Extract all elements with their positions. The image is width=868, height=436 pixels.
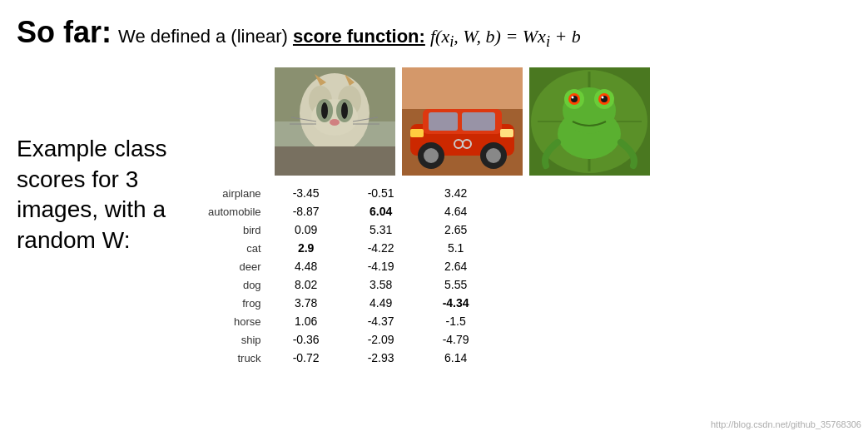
frog-image (529, 67, 650, 176)
car-image (402, 67, 523, 176)
svg-point-46 (572, 97, 574, 99)
row-value-2: -0.51 (351, 184, 426, 202)
svg-rect-19 (402, 67, 523, 109)
row-value-1: 0.09 (276, 220, 351, 239)
row-value-2: -4.22 (351, 239, 426, 257)
row-label: dog (208, 275, 276, 294)
scores-data-table: airplane-3.45-0.513.42automobile-8.876.0… (208, 184, 501, 367)
row-value-2: 4.49 (351, 294, 426, 312)
table-row: cat2.9-4.225.1 (208, 239, 501, 257)
svg-point-47 (602, 97, 604, 99)
row-label: frog (208, 294, 276, 312)
row-value-1: 1.06 (276, 312, 351, 330)
row-label: truck (208, 349, 276, 367)
table-row: ship-0.36-2.09-4.79 (208, 330, 501, 349)
row-value-3: 4.64 (426, 202, 501, 220)
row-value-3: 2.65 (426, 220, 501, 239)
svg-point-11 (341, 102, 348, 119)
row-label: deer (208, 257, 276, 275)
row-value-1: 8.02 (276, 275, 351, 294)
header: So far: We defined a (linear) score func… (0, 0, 868, 59)
svg-rect-24 (462, 112, 495, 131)
right-section: airplane-3.45-0.513.42automobile-8.876.0… (200, 67, 851, 367)
main-content: Example class scores for 3 images, with … (0, 67, 868, 367)
cat-image (275, 67, 395, 176)
scores-table: airplane-3.45-0.513.42automobile-8.876.0… (208, 184, 851, 367)
row-label: airplane (208, 184, 276, 202)
row-value-3: 5.1 (426, 239, 501, 257)
svg-point-26 (424, 148, 439, 163)
row-value-1: 4.48 (276, 257, 351, 275)
row-value-1: 2.9 (276, 239, 351, 257)
formula-display: f(xi, W, b) = Wxi + b (430, 26, 581, 47)
row-value-3: 2.64 (426, 257, 501, 275)
row-value-1: -0.36 (276, 330, 351, 349)
svg-point-12 (330, 119, 340, 126)
table-row: truck-0.72-2.936.14 (208, 349, 501, 367)
table-row: frog3.784.49-4.34 (208, 294, 501, 312)
row-label: horse (208, 312, 276, 330)
row-value-3: -1.5 (426, 312, 501, 330)
row-value-3: 6.14 (426, 349, 501, 367)
row-value-1: -8.87 (276, 202, 351, 220)
left-description: Example class scores for 3 images, with … (17, 67, 200, 367)
row-label: bird (208, 220, 276, 239)
row-label: cat (208, 239, 276, 257)
row-value-2: -4.37 (351, 312, 426, 330)
row-label: automobile (208, 202, 276, 220)
table-row: dog8.023.585.55 (208, 275, 501, 294)
svg-point-28 (486, 148, 501, 163)
row-value-2: 3.58 (351, 275, 426, 294)
row-value-3: 5.55 (426, 275, 501, 294)
row-value-2: -4.19 (351, 257, 426, 275)
svg-rect-23 (429, 112, 458, 131)
svg-rect-29 (500, 129, 513, 137)
row-value-2: -2.93 (351, 349, 426, 367)
row-value-2: -2.09 (351, 330, 426, 349)
svg-rect-30 (410, 129, 424, 137)
row-value-1: 3.78 (276, 294, 351, 312)
header-description: We defined a (linear) score function: f(… (118, 26, 581, 51)
table-row: airplane-3.45-0.513.42 (208, 184, 501, 202)
header-text-before: We defined a (linear) (118, 26, 293, 47)
images-row (275, 67, 650, 176)
score-function-label: score function: (293, 26, 425, 47)
table-row: bird0.095.312.65 (208, 220, 501, 239)
row-value-3: -4.79 (426, 330, 501, 349)
row-value-1: -3.45 (276, 184, 351, 202)
svg-point-10 (321, 102, 328, 119)
row-label: ship (208, 330, 276, 349)
table-row: horse1.06-4.37-1.5 (208, 312, 501, 330)
row-value-3: 3.42 (426, 184, 501, 202)
row-value-3: -4.34 (426, 294, 501, 312)
row-value-2: 5.31 (351, 220, 426, 239)
svg-rect-17 (275, 146, 395, 176)
row-value-1: -0.72 (276, 349, 351, 367)
sofar-label: So far: (17, 15, 112, 50)
table-row: automobile-8.876.044.64 (208, 202, 501, 220)
watermark: http://blog.csdn.net/github_35768306 (711, 419, 861, 429)
row-value-2: 6.04 (351, 202, 426, 220)
table-row: deer4.48-4.192.64 (208, 257, 501, 275)
